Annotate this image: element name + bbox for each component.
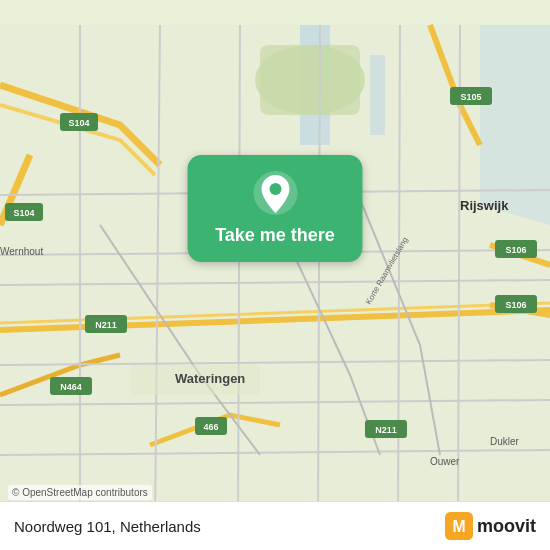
svg-text:S104: S104	[68, 118, 89, 128]
svg-text:S106: S106	[505, 300, 526, 310]
svg-rect-4	[260, 45, 360, 115]
map-attribution: © OpenStreetMap contributors	[8, 485, 152, 500]
svg-text:N211: N211	[95, 320, 117, 330]
map-background: S104 S104 N211 N464 466 N211 S105 S106 S…	[0, 0, 550, 550]
svg-text:S106: S106	[505, 245, 526, 255]
take-me-there-label: Take me there	[215, 225, 335, 246]
svg-text:Dukler: Dukler	[490, 436, 520, 447]
map-container: S104 S104 N211 N464 466 N211 S105 S106 S…	[0, 0, 550, 550]
svg-rect-2	[370, 55, 385, 135]
svg-text:Wernhout: Wernhout	[0, 246, 43, 257]
moovit-logo-icon: M	[445, 512, 473, 540]
svg-text:M: M	[452, 518, 465, 535]
svg-text:S104: S104	[13, 208, 34, 218]
moovit-logo: M moovit	[445, 512, 536, 540]
location-pin-icon	[251, 169, 299, 217]
svg-text:466: 466	[203, 422, 218, 432]
svg-text:N211: N211	[375, 425, 397, 435]
moovit-logo-text: moovit	[477, 516, 536, 537]
take-me-there-button[interactable]: Take me there	[188, 155, 363, 262]
svg-text:N464: N464	[60, 382, 82, 392]
bottom-bar: Noordweg 101, Netherlands M moovit	[0, 501, 550, 550]
svg-text:S105: S105	[460, 92, 481, 102]
svg-point-31	[269, 183, 281, 195]
address-label: Noordweg 101, Netherlands	[14, 518, 201, 535]
svg-text:Ouwer: Ouwer	[430, 456, 460, 467]
svg-text:Rijswijk: Rijswijk	[460, 198, 509, 213]
svg-text:Wateringen: Wateringen	[175, 371, 245, 386]
